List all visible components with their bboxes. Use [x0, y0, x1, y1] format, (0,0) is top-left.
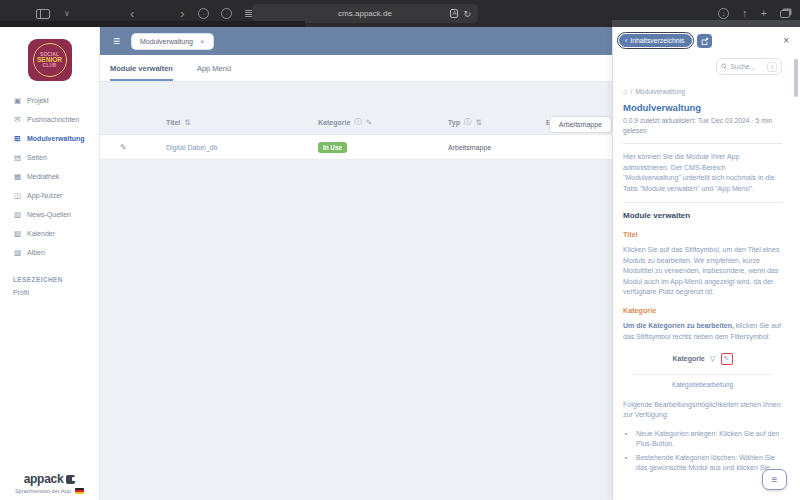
- list-item: Neue Kategorien anlegen: Klicken Sie auf…: [636, 429, 782, 450]
- home-icon[interactable]: ⌂: [623, 87, 628, 98]
- app-nutzer-icon: ◫: [13, 191, 22, 200]
- external-link-icon: [701, 37, 709, 45]
- article-intro: Hier können Sie die Module Ihrer App adm…: [623, 152, 782, 194]
- main-area: ≡ Modulverwaltung × Module verwalten App…: [100, 27, 612, 500]
- workspace-tab-bar: ≡ Modulverwaltung ×: [100, 27, 612, 55]
- open-external-button[interactable]: [697, 34, 712, 48]
- pushnachrichten-icon: ✉: [13, 115, 22, 124]
- reload-icon[interactable]: ↻: [463, 9, 471, 19]
- app-sidebar: SOCIAL SENIOR CLUB ▣ Projekt ✉ Pushnachr…: [0, 27, 100, 500]
- figure-kategorie-label: Kategorie: [672, 354, 704, 365]
- privacy-shield-icon[interactable]: ◦: [198, 8, 209, 19]
- column-kategorie: Kategorie: [318, 119, 350, 126]
- breadcrumb-page[interactable]: Modulverwaltung: [635, 87, 685, 98]
- toc-icon: ≡: [772, 474, 778, 485]
- german-flag-icon[interactable]: [75, 488, 84, 494]
- sidebar-item-label: Kalender: [27, 230, 55, 237]
- kategorie-subheading: Kategorie: [623, 306, 782, 317]
- toc-floating-button[interactable]: ≡: [762, 469, 787, 490]
- sidebar-item-label: Pushnachrichten: [27, 116, 79, 123]
- sidebar-item-kalender[interactable]: ▧ Kalender: [0, 224, 99, 243]
- workspace-tab-label: Modulverwaltung: [140, 38, 193, 45]
- help-panel: ‹ Inhaltsverzeichnis × / ⌂ / Modulverwal…: [612, 27, 800, 500]
- sidebar-item-label: Seiten: [27, 154, 47, 161]
- sidebar-item-label: News-Quellen: [27, 211, 71, 218]
- tab-module-verwalten[interactable]: Module verwalten: [110, 55, 173, 81]
- status-badge: In Use: [318, 142, 347, 153]
- tab-app-menu[interactable]: App Menü: [197, 55, 231, 81]
- sort-icon[interactable]: ⇅: [184, 118, 190, 127]
- news-quellen-icon: ▥: [13, 210, 22, 219]
- info-icon[interactable]: ⓘ: [464, 117, 472, 127]
- edit-categories-icon[interactable]: ✎: [366, 118, 372, 127]
- divider: [623, 143, 782, 144]
- hamburger-icon[interactable]: ≡: [113, 34, 120, 48]
- sidebar-item-label: App-Nutzer: [27, 192, 62, 199]
- sort-icon[interactable]: ⇅: [475, 118, 481, 127]
- modulverwaltung-icon: ⊞: [13, 134, 22, 143]
- sidebar-item-news-quellen[interactable]: ▥ News-Quellen: [0, 205, 99, 224]
- bookmarks-header: LESEZEICHEN: [13, 276, 99, 283]
- breadcrumb: ⌂ / Modulverwaltung: [623, 87, 782, 98]
- tab-overview-icon[interactable]: [780, 10, 790, 18]
- options-list: Neue Kategorien anlegen: Klicken Sie auf…: [623, 429, 782, 474]
- sidebar-item-pushnachrichten[interactable]: ✉ Pushnachrichten: [0, 110, 99, 129]
- info-icon[interactable]: ⓘ: [354, 117, 362, 127]
- search-input[interactable]: [730, 63, 764, 70]
- inhaltsverzeichnis-label: Inhaltsverzeichnis: [630, 37, 684, 44]
- pencil-icon: ✎: [724, 354, 730, 365]
- sidebar-item-seiten[interactable]: ▤ Seiten: [0, 148, 99, 167]
- sidebar-item-modulverwaltung[interactable]: ⊞ Modulverwaltung: [0, 129, 99, 148]
- translate-icon[interactable]: A: [450, 9, 458, 18]
- browser-chrome: ∨ ‹ › ◦ ◦ ≣ cms.appack.de A ↻ ↓ ↑ +: [0, 0, 800, 27]
- forward-icon[interactable]: ›: [180, 6, 184, 21]
- url-text: cms.appack.de: [338, 9, 392, 18]
- help-search[interactable]: /: [716, 58, 782, 75]
- titel-subheading: Titel: [623, 230, 782, 241]
- logo-line: CLUB: [43, 63, 57, 68]
- close-icon[interactable]: ×: [783, 35, 789, 46]
- kalender-icon: ▧: [13, 229, 22, 238]
- column-typ: Typ: [448, 119, 460, 126]
- section-heading: Module verwalten: [623, 211, 782, 222]
- sidebar-item-mediathek[interactable]: ▦ Mediathek: [0, 167, 99, 186]
- help-article: ⌂ / Modulverwaltung Modulverwaltung 0.0.…: [623, 87, 782, 500]
- appack-logo: appack: [24, 472, 64, 486]
- table-row[interactable]: ✎ Digital Dabei_db In Use Arbeitsmappe: [100, 134, 612, 160]
- sidebar-item-projekt[interactable]: ▣ Projekt: [0, 91, 99, 110]
- titel-paragraph: Klicken Sie auf das Stiftsymbol, um den …: [623, 245, 782, 298]
- app-logo: SOCIAL SENIOR CLUB: [28, 39, 72, 81]
- sidebar-item-alben[interactable]: ▨ Alben: [0, 243, 99, 262]
- tab-close-icon[interactable]: ×: [200, 37, 205, 46]
- extension-icon[interactable]: ◦: [221, 8, 232, 19]
- sidebar-item-app-nutzer[interactable]: ◫ App-Nutzer: [0, 186, 99, 205]
- module-title-link[interactable]: Digital Dabei_db: [166, 144, 318, 151]
- panel-scrollbar[interactable]: [794, 59, 798, 97]
- browser-sidebar-toggle-icon[interactable]: [36, 9, 50, 19]
- figure-caption[interactable]: Kategoriebearbeitung: [623, 380, 782, 391]
- list-item: Bestehende Kategorien löschen: Wählen Si…: [636, 453, 782, 474]
- article-title: Modulverwaltung: [623, 103, 782, 114]
- filter-icon: ▽: [710, 354, 716, 365]
- downloads-icon[interactable]: ↓: [718, 8, 729, 19]
- module-typ: Arbeitsmappe: [448, 144, 546, 151]
- kategorie-figure: Kategorie ▽ ✎: [623, 353, 782, 365]
- search-icon: [721, 63, 727, 70]
- mediathek-icon: ▦: [13, 172, 22, 181]
- module-table-area: Arbeitsmappe Titel ⇅ Kategorie ⓘ ✎ Typ ⓘ…: [100, 110, 612, 500]
- sidebar-item-label: Mediathek: [27, 173, 59, 180]
- back-icon[interactable]: ‹: [130, 6, 134, 21]
- table-header: Titel ⇅ Kategorie ⓘ ✎ Typ ⓘ ⇅ Badge: [100, 110, 612, 134]
- alben-icon: ▨: [13, 248, 22, 257]
- divider: [623, 202, 782, 203]
- arbeitsmappe-filter-button[interactable]: Arbeitsmappe: [549, 116, 612, 133]
- figure-divider: [633, 374, 772, 375]
- chevron-down-icon[interactable]: ∨: [64, 9, 70, 18]
- sidebar-item-profil[interactable]: Profil: [0, 285, 99, 300]
- inhaltsverzeichnis-button[interactable]: ‹ Inhaltsverzeichnis: [619, 34, 692, 47]
- workspace-tab-modulverwaltung[interactable]: Modulverwaltung ×: [132, 34, 213, 49]
- appack-logo-icon: [66, 475, 75, 484]
- search-shortcut-badge: /: [767, 62, 777, 72]
- section-tabs: Module verwalten App Menü: [100, 55, 612, 82]
- edit-module-icon[interactable]: ✎: [108, 143, 166, 152]
